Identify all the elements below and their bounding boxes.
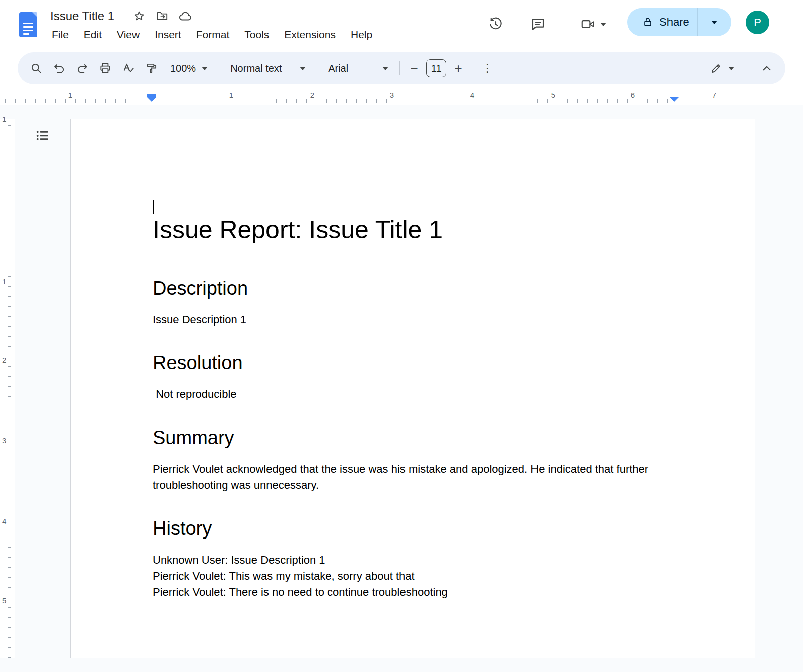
ruler-tick: [8, 417, 11, 417]
search-menus-button[interactable]: [25, 57, 48, 80]
pencil-icon: [710, 62, 722, 74]
menu-format[interactable]: Format: [189, 26, 237, 43]
font-size-input[interactable]: 11: [426, 59, 446, 77]
ruler-number: 3: [2, 436, 6, 445]
ruler-tick: [617, 99, 618, 103]
section-body-summary: Pierrick Voulet acknowledged that the is…: [153, 461, 674, 493]
undo-button[interactable]: [48, 57, 71, 80]
left-indent-marker[interactable]: [147, 97, 156, 102]
menu-tools[interactable]: Tools: [237, 26, 277, 43]
zoom-select[interactable]: 100%: [163, 57, 215, 80]
share-button[interactable]: Share: [627, 8, 731, 36]
redo-button[interactable]: [71, 57, 94, 80]
ruler-tick: [15, 99, 16, 103]
ruler-tick: [8, 166, 11, 166]
section-body-description: Issue Description 1: [153, 312, 674, 328]
ruler-vertical: 112345: [0, 105, 15, 672]
ruler-tick: [8, 617, 11, 618]
ruler-tick: [246, 99, 246, 103]
ruler-tick: [8, 537, 11, 537]
section-body-resolution: Not reproducible: [153, 386, 674, 402]
ruler-tick: [8, 286, 11, 287]
paint-roller-icon: [145, 62, 158, 75]
join-call-caret-icon[interactable]: [600, 23, 606, 26]
print-button[interactable]: [94, 57, 117, 80]
ruler-tick: [467, 99, 467, 103]
star-icon[interactable]: [127, 7, 151, 25]
ruler-tick: [8, 657, 11, 658]
version-history-button[interactable]: [483, 11, 509, 37]
document-page[interactable]: Issue Report: Issue Title 1 Description …: [70, 119, 755, 658]
ruler-band: [70, 88, 755, 105]
ruler-tick: [457, 99, 457, 103]
ruler-tick: [8, 146, 11, 146]
minus-icon: −: [411, 62, 418, 75]
ruler-tick: [447, 99, 447, 103]
ruler-tick: [657, 99, 658, 103]
ruler-tick: [356, 99, 357, 103]
ruler-tick: [778, 99, 778, 103]
ruler-tick: [296, 99, 297, 103]
ruler-number: 1: [2, 277, 6, 286]
zoom-caret-icon: [202, 67, 208, 70]
menu-edit[interactable]: Edit: [76, 26, 109, 43]
document-canvas: Issue Report: Issue Title 1 Description …: [0, 105, 803, 672]
lock-icon: [642, 17, 653, 28]
menu-file[interactable]: File: [44, 26, 76, 43]
document-title[interactable]: Issue Title 1: [50, 9, 114, 23]
history-line: Pierrick Voulet: This was my mistake, so…: [153, 568, 674, 584]
ruler-tick: [55, 99, 56, 103]
share-caret-icon: [711, 21, 717, 24]
font-family-select[interactable]: Arial: [321, 57, 395, 80]
account-avatar[interactable]: P: [746, 11, 769, 34]
toolbar-divider: [399, 61, 400, 75]
increase-font-size-button[interactable]: +: [448, 57, 468, 80]
ruler-tick: [758, 99, 758, 103]
ruler-tick: [8, 587, 11, 588]
ruler-tick: [667, 99, 668, 103]
ruler-tick: [35, 99, 36, 103]
ruler-tick: [346, 99, 347, 103]
ruler-tick: [8, 196, 11, 196]
ruler-tick: [5, 99, 6, 103]
decrease-font-size-button[interactable]: −: [404, 57, 424, 80]
ruler-tick: [136, 99, 136, 103]
ruler-tick: [798, 99, 798, 103]
ruler-tick: [8, 647, 11, 648]
undo-icon: [53, 62, 66, 75]
ruler-number: 1: [68, 91, 72, 99]
move-folder-icon[interactable]: [151, 7, 174, 25]
cloud-saved-icon[interactable]: [174, 7, 197, 25]
editing-mode-select[interactable]: [703, 57, 741, 80]
ruler-tick: [8, 236, 11, 236]
ruler-tick: [8, 206, 11, 206]
ruler-tick: [306, 99, 307, 103]
first-line-indent-marker[interactable]: [147, 94, 156, 97]
ruler-tick: [8, 246, 11, 246]
hide-menus-button[interactable]: [755, 57, 778, 80]
menu-insert[interactable]: Insert: [147, 26, 189, 43]
ruler-tick: [497, 99, 497, 103]
ruler-tick: [8, 326, 11, 327]
menu-view[interactable]: View: [109, 26, 147, 43]
comment-history-button[interactable]: [525, 11, 551, 37]
more-toolbar-button[interactable]: ⋮: [477, 57, 497, 80]
ruler-tick: [8, 627, 11, 628]
app-bar: Issue Title 1 File Edit View: [0, 0, 803, 52]
paragraph-style-select[interactable]: Normal text: [223, 57, 313, 80]
ruler-tick: [8, 637, 11, 638]
join-call-button[interactable]: [570, 11, 616, 37]
paint-format-button[interactable]: [140, 57, 163, 80]
search-icon: [30, 62, 43, 75]
toolbar: 100% Normal text Arial − 11 + ⋮: [18, 52, 785, 84]
show-outline-button[interactable]: [30, 123, 54, 148]
share-dropdown-button[interactable]: [698, 8, 731, 36]
menu-help[interactable]: Help: [343, 26, 380, 43]
ruler-number: 6: [631, 91, 635, 99]
ruler-tick: [326, 99, 327, 103]
avatar-initial: P: [754, 16, 761, 29]
ruler-tick: [386, 99, 387, 103]
docs-logo-icon[interactable]: [19, 12, 37, 37]
spelling-grammar-button[interactable]: [117, 57, 140, 80]
menu-extensions[interactable]: Extensions: [277, 26, 343, 43]
